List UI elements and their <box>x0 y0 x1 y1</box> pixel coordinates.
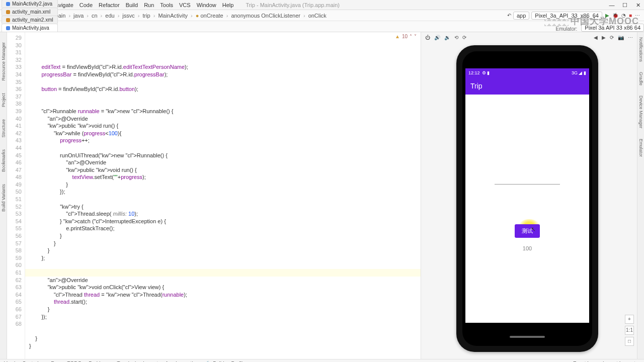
back-nav-icon[interactable]: ↶ <box>507 13 511 18</box>
java-file-icon <box>6 26 10 30</box>
chevron-right-icon: › <box>138 13 140 19</box>
zoom-reset[interactable]: 1:1 <box>625 326 634 335</box>
editor-tabs: MainActivity2.javaactivity_main.xmlactiv… <box>0 21 644 32</box>
phone-screen[interactable]: 12:12 ⚙ ▮ 3G ◢ ▮ Trip 测试 ↖ 100 <box>465 68 589 323</box>
breadcrumb-java[interactable]: java <box>73 13 84 19</box>
chevron-right-icon: › <box>191 13 193 19</box>
stop-icon[interactable]: ■ <box>629 13 632 18</box>
chevron-right-icon: › <box>226 13 228 19</box>
breadcrumb-oncreate[interactable]: onCreate <box>200 13 223 19</box>
cursor-icon: ↖ <box>531 226 536 233</box>
close-icon[interactable]: ✕ <box>635 2 641 8</box>
breadcrumb-cn[interactable]: cn <box>92 13 98 19</box>
menu-window[interactable]: Window <box>197 2 216 8</box>
breadcrumb-onclick[interactable]: onClick <box>308 13 327 19</box>
xml-file-icon <box>6 18 10 22</box>
tab-label: MainActivity2.java <box>12 1 52 7</box>
chevron-right-icon: › <box>303 13 305 19</box>
menu-tools[interactable]: Tools <box>160 2 173 8</box>
breadcrumb-edu[interactable]: edu <box>105 13 114 19</box>
emu-stop2-icon[interactable]: ⟳ <box>610 35 614 40</box>
tab-label: activity_main2.xml <box>12 17 53 23</box>
status-signal: 3G ◢ ▮ <box>572 70 586 75</box>
breadcrumb-anonymous onclicklistener[interactable]: anonymous OnClickListener <box>231 13 300 19</box>
tab-label: activity_main.xml <box>12 9 50 15</box>
android-status-bar: 12:12 ⚙ ▮ 3G ◢ ▮ <box>465 68 589 77</box>
status-time: 12:12 <box>468 70 480 75</box>
phone-frame: 12:12 ⚙ ▮ 3G ◢ ▮ Trip 测试 ↖ 100 <box>456 45 598 352</box>
left-tool-strip: Resource Manager Project Structure Bookm… <box>0 32 7 359</box>
nav-pill[interactable] <box>510 336 545 338</box>
breadcrumb-jssvc[interactable]: jssvc <box>122 13 134 19</box>
right-tool-strip: Notifications Gradle Device Manager Emul… <box>637 32 644 359</box>
progress-text: 100 <box>523 245 532 251</box>
run-icon[interactable]: ▶ <box>605 13 609 18</box>
chevron-right-icon: › <box>101 13 103 19</box>
emu-voldn-icon[interactable]: 🔉 <box>444 35 450 40</box>
emu-rotl-icon[interactable]: ⟲ <box>454 35 458 40</box>
inspection-down-icon[interactable]: ˅ <box>414 33 417 41</box>
strip-device-manager[interactable]: Device Manager <box>638 96 643 129</box>
run-config-device[interactable]: Pixel_3a_API_33_x86_64 <box>531 12 602 20</box>
strip-structure[interactable]: Structure <box>1 119 6 138</box>
edit-text-field[interactable] <box>495 184 560 185</box>
profile-icon[interactable]: ◔ <box>621 13 626 18</box>
tab-mainactivity-java[interactable]: MainActivity.java <box>2 24 58 32</box>
tab-activity_main-xml[interactable]: activity_main.xml <box>2 8 58 16</box>
menu-refactor[interactable]: Refactor <box>99 2 120 8</box>
app-title: Trip <box>470 82 482 90</box>
menu-bar: File Edit View Navigate Code Refactor Bu… <box>0 0 644 10</box>
strip-resource-manager[interactable]: Resource Manager <box>1 42 6 81</box>
chevron-right-icon: › <box>118 13 120 19</box>
nav-row: Trip›app›src›main›java›cn›edu›jssvc›trip… <box>0 10 644 21</box>
strip-bookmarks[interactable]: Bookmarks <box>1 149 6 172</box>
strip-gradle[interactable]: Gradle <box>638 72 643 85</box>
inspection-up-icon[interactable]: ˄ <box>410 33 412 41</box>
emu-play-icon[interactable]: ▶ <box>602 35 606 40</box>
debug-icon[interactable]: 🐞 <box>612 13 618 18</box>
emulator-device[interactable]: Pixel 3a API 33 x86 64 <box>581 24 644 32</box>
test-button[interactable]: 测试 <box>515 224 540 238</box>
menu-build[interactable]: Build <box>126 2 138 8</box>
warning-count[interactable]: 10 <box>402 33 408 41</box>
strip-notifications[interactable]: Notifications <box>638 37 643 62</box>
tab-label: MainActivity.java <box>12 25 49 31</box>
more-actions-icon[interactable]: ⋯ <box>635 13 640 18</box>
strip-build-variants[interactable]: Build Variants <box>1 184 6 212</box>
xml-file-icon <box>6 10 10 14</box>
code-editor[interactable]: ▲10˄˅ editText = findViewById("cl">R.id.… <box>25 32 421 359</box>
tab-mainactivity2-java[interactable]: MainActivity2.java <box>2 0 58 8</box>
tab-activity_main2-xml[interactable]: activity_main2.xml <box>2 16 58 24</box>
breadcrumb-trip[interactable]: trip <box>142 13 150 19</box>
strip-project[interactable]: Project <box>1 93 6 107</box>
emu-rotr-icon[interactable]: ⟳ <box>462 35 466 40</box>
emu-more-icon[interactable]: ⋯ <box>628 35 633 40</box>
line-gutter[interactable]: 2930313233343536373839404142434445464748… <box>7 32 25 359</box>
emu-screenshot-icon[interactable]: 📷 <box>618 35 624 40</box>
bottom-tool-bar: Version Control ▶ Run TODO Problems Term… <box>0 359 644 362</box>
window-title: Trip - MainActivity.java (Trip.app.main) <box>246 2 340 8</box>
warning-icon[interactable]: ▲ <box>395 33 400 41</box>
emulator-panel: ⏻ 🔊 🔉 ⟲ ⟳ ◀ ▶ ⟳ 📷 ⋯ 12:12 ⚙ ▮ 3G ◢ ▮ <box>421 32 637 359</box>
menu-help[interactable]: Help <box>222 2 234 8</box>
emu-power-icon[interactable]: ⏻ <box>425 35 430 40</box>
breadcrumb-mainactivity[interactable]: MainActivity <box>158 13 188 19</box>
emu-back-icon[interactable]: ◀ <box>594 35 598 40</box>
zoom-fit-icon[interactable]: □ <box>625 337 634 346</box>
chevron-right-icon: › <box>153 13 155 19</box>
run-config-module[interactable]: app <box>513 12 529 20</box>
emulator-label: Emulator: <box>556 26 578 32</box>
emu-volup-icon[interactable]: 🔊 <box>434 35 440 40</box>
maximize-icon[interactable]: ☐ <box>622 2 628 8</box>
menu-run[interactable]: Run <box>144 2 154 8</box>
minimize-icon[interactable]: — <box>609 2 615 8</box>
menu-code[interactable]: Code <box>79 2 93 8</box>
menu-vcs[interactable]: VCS <box>179 2 191 8</box>
chevron-right-icon: › <box>87 13 89 19</box>
chevron-right-icon: › <box>68 13 70 19</box>
zoom-in-icon[interactable]: + <box>625 315 634 324</box>
java-file-icon <box>6 2 10 6</box>
strip-emulator[interactable]: Emulator <box>638 139 643 157</box>
app-bar: Trip <box>465 77 589 95</box>
